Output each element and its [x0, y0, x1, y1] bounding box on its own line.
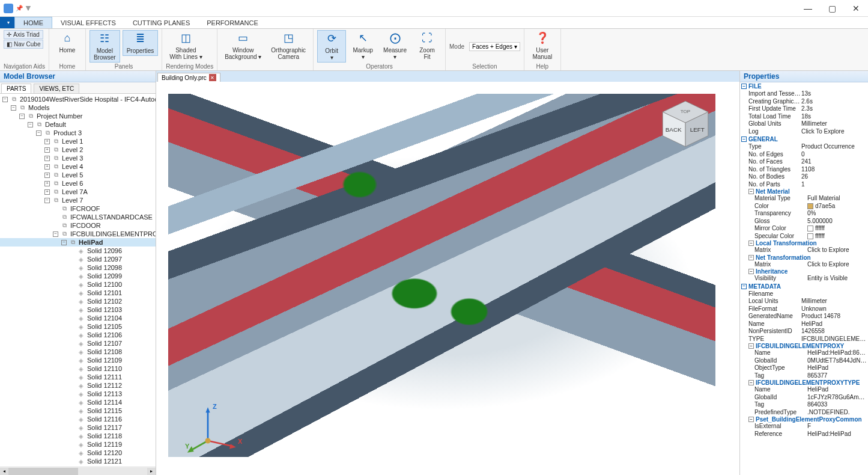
tree-node[interactable]: ◈Solid 12096: [0, 247, 156, 255]
ribbon-tab-visual-effects[interactable]: VISUAL EFFECTS: [52, 17, 124, 28]
tree-node[interactable]: +⧉Level 4: [0, 162, 156, 171]
tree-node[interactable]: ◈Solid 12098: [0, 263, 156, 272]
prop-row[interactable]: PredefinedType.NOTDEFINED.: [740, 409, 868, 417]
prop-row[interactable]: Mirror Colorffffff: [740, 225, 868, 233]
prop-row[interactable]: TypeProduct Occurrence: [740, 143, 868, 151]
tree-node[interactable]: −⧉Level 7: [0, 196, 156, 204]
user-manual-button[interactable]: ❓User Manual: [528, 30, 557, 61]
pin-icon[interactable]: 📌: [16, 5, 23, 11]
prop-row[interactable]: Creating Graphics Data…2.6s: [740, 98, 868, 106]
tree-node[interactable]: +⧉Level 1: [0, 137, 156, 146]
collapse-icon[interactable]: −: [2, 97, 8, 102]
collapse-icon[interactable]: −: [44, 198, 50, 203]
orbit-button[interactable]: ⟳Orbit ▾: [317, 30, 346, 63]
properties-list[interactable]: −FILEImport and Tessellation13sCreating …: [740, 82, 868, 475]
tree-node[interactable]: +⧉Level 7A: [0, 188, 156, 196]
collapse-icon[interactable]: −: [741, 84, 747, 89]
prop-subsection-header[interactable]: −Pset_BuildingElementProxyCommon: [740, 416, 868, 423]
tree-node[interactable]: ◈Solid 12113: [0, 390, 156, 398]
shaded-button[interactable]: ◫Shaded With Lines ▾: [166, 30, 205, 61]
measure-button[interactable]: ⨀Measure ▾: [380, 30, 410, 61]
tree-node[interactable]: ◈Solid 12102: [0, 297, 156, 305]
prop-row[interactable]: Filename: [740, 290, 868, 298]
prop-row[interactable]: MatrixClick to Explore: [740, 247, 868, 254]
tree-node[interactable]: ⧉IFCDOOR: [0, 221, 156, 230]
selection-mode-dropdown[interactable]: Faces + Edges ▾: [469, 42, 520, 51]
collapse-icon[interactable]: −: [748, 189, 754, 194]
collapse-icon[interactable]: −: [741, 284, 747, 289]
prop-row[interactable]: Tag865377: [740, 372, 868, 380]
prop-row[interactable]: NameHeliPad: [740, 386, 868, 394]
collapse-icon[interactable]: −: [748, 269, 754, 274]
prop-section-header[interactable]: −FILE: [740, 82, 868, 90]
tree-node[interactable]: ◈Solid 12119: [0, 440, 156, 449]
ribbon-tab-home[interactable]: HOME: [14, 17, 52, 28]
tree-node[interactable]: +⧉Level 2: [0, 146, 156, 154]
tree-node[interactable]: ◈Solid 12109: [0, 356, 156, 364]
tree-node[interactable]: ◈Solid 12121: [0, 457, 156, 465]
expand-icon[interactable]: +: [44, 156, 50, 161]
prop-row[interactable]: Transparency0%: [740, 210, 868, 218]
prop-row[interactable]: GlobalId1cFJYzR78Gu6AmpC9juyu: [740, 394, 868, 402]
prop-row[interactable]: Local UnitsMillimeter: [740, 298, 868, 305]
prop-subsection-header[interactable]: −Local Transformation: [740, 240, 868, 247]
expand-icon[interactable]: +: [44, 164, 50, 170]
prop-row[interactable]: Material TypeFull Material: [740, 195, 868, 203]
prop-row[interactable]: First Update Time2.3s: [740, 105, 868, 113]
prop-row[interactable]: Import and Tessellation13s: [740, 90, 868, 98]
tree-node[interactable]: ◈Solid 12114: [0, 398, 156, 406]
tree-node[interactable]: ⧉IFCROOF: [0, 204, 156, 213]
expand-icon[interactable]: +: [44, 189, 50, 195]
tree-node[interactable]: −⧉HeliPad: [0, 238, 156, 247]
prop-row[interactable]: No. of Edges0: [740, 151, 868, 159]
tree-node[interactable]: +⧉Level 5: [0, 171, 156, 179]
prop-subsection-header[interactable]: −Net Material: [740, 188, 868, 195]
prop-row[interactable]: No. of Faces241: [740, 158, 868, 166]
prop-row[interactable]: IsExternalF: [740, 423, 868, 431]
maximize-button[interactable]: ▢: [820, 0, 844, 17]
tree-node[interactable]: ◈Solid 12112: [0, 381, 156, 390]
prop-row[interactable]: Colord7ae5a: [740, 203, 868, 210]
prop-subsection-header[interactable]: −IFCBUILDINGELEMENTPROXYTYPE: [740, 379, 868, 386]
prop-row[interactable]: Gloss5.000000: [740, 218, 868, 225]
expand-icon[interactable]: +: [44, 147, 50, 153]
nav-cube-toggle[interactable]: ◧Nav Cube: [4, 40, 43, 49]
tree-node[interactable]: ◈Solid 12099: [0, 272, 156, 280]
collapse-icon[interactable]: −: [28, 122, 33, 127]
expand-icon[interactable]: +: [44, 181, 50, 186]
tree-node[interactable]: ◈Solid 12116: [0, 415, 156, 423]
prop-section-header[interactable]: −GENERAL: [740, 135, 868, 143]
prop-row[interactable]: ReferenceHeliPad:HeliPad: [740, 431, 868, 438]
prop-row[interactable]: No. of Parts1: [740, 181, 868, 189]
view-cube[interactable]: TOP BACK LEFT: [658, 97, 712, 151]
tree-node[interactable]: ◈Solid 12115: [0, 406, 156, 415]
collapse-icon[interactable]: −: [11, 105, 16, 111]
ribbon-tab-performance[interactable]: PERFORMANCE: [198, 17, 267, 28]
axis-triad-toggle[interactable]: ✛Axis Triad: [4, 30, 43, 39]
prop-row[interactable]: Global UnitsMillimeter: [740, 120, 868, 128]
expand-icon[interactable]: +: [44, 139, 50, 144]
tree-node[interactable]: −⧉IFCBUILDINGELEMENTPROXY: [0, 230, 156, 238]
prop-row[interactable]: Total Load Time18s: [740, 113, 868, 121]
file-menu-button[interactable]: [0, 17, 14, 28]
expand-icon[interactable]: +: [44, 173, 50, 178]
collapse-icon[interactable]: −: [748, 255, 754, 260]
tree-node[interactable]: ◈Solid 12107: [0, 339, 156, 348]
prop-row[interactable]: GeneratedNameProduct 14678: [740, 313, 868, 320]
tree-node[interactable]: ◈Solid 12097: [0, 255, 156, 263]
model-tree[interactable]: −⧉20190104WestRiverSide Hospital - IFC4-…: [0, 94, 156, 467]
prop-subsection-header[interactable]: −Inheritance: [740, 268, 868, 275]
document-tab[interactable]: Building Only.prc ✕: [157, 73, 220, 82]
properties-button[interactable]: ≣Properties: [123, 30, 159, 56]
home-button[interactable]: ⌂Home: [53, 30, 82, 55]
tab-views[interactable]: VIEWS, ETC: [34, 84, 79, 93]
close-button[interactable]: ✕: [844, 0, 868, 17]
collapse-icon[interactable]: −: [748, 380, 754, 385]
tree-node[interactable]: ◈Solid 12110: [0, 364, 156, 373]
prop-row[interactable]: FileFormatUnknown: [740, 305, 868, 313]
prop-row[interactable]: GlobalId0MUdtET7sB44JdNPCaUS: [740, 357, 868, 365]
tree-node[interactable]: ◈Solid 12108: [0, 348, 156, 356]
prop-row[interactable]: VisibilityEntity is Visible: [740, 275, 868, 283]
3d-viewport[interactable]: TOP BACK LEFT Z X Y: [156, 82, 739, 475]
collapse-icon[interactable]: −: [748, 241, 754, 246]
